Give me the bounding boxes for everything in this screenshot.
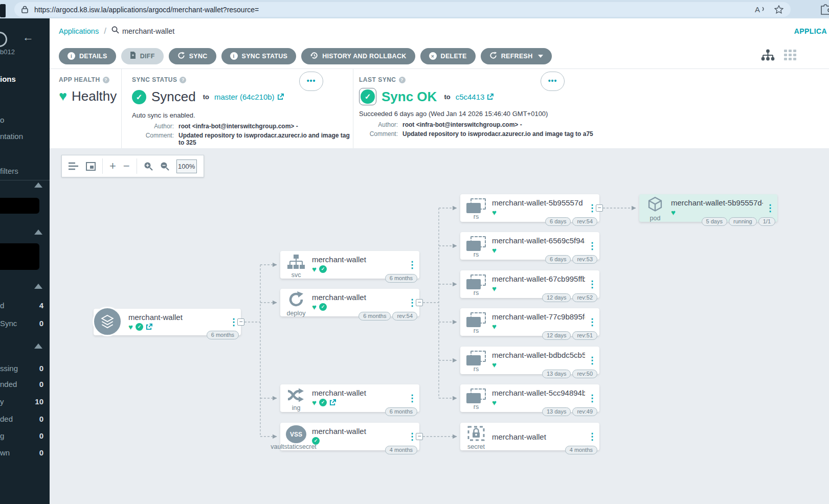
collapse-group-icon[interactable] xyxy=(34,182,42,188)
node-badges: 13 daysrev:50 xyxy=(542,370,597,378)
sync-status-button[interactable]: SYNC STATUS xyxy=(221,48,297,64)
comment-value: Updated repository to iswprodacr.azurecr… xyxy=(178,132,353,146)
details-button[interactable]: DETAILS xyxy=(59,48,116,64)
sync-button[interactable]: SYNC xyxy=(169,48,216,64)
last-sync-menu-button[interactable] xyxy=(541,72,565,91)
health-heart-icon xyxy=(312,265,317,273)
svg-text:A: A xyxy=(755,5,760,14)
refresh-button[interactable]: REFRESH xyxy=(481,48,552,64)
node-badges: 6 months xyxy=(385,407,417,416)
filter-unknown[interactable]: wn 0 xyxy=(0,448,50,457)
external-link-icon[interactable] xyxy=(146,324,152,330)
node-badge: 6 months xyxy=(385,274,417,283)
favorite-star-icon[interactable] xyxy=(774,5,783,14)
filter-label: ssing xyxy=(0,364,18,373)
graph-node-replicaset[interactable]: rs merchant-wallet-77c9b895fc 12 daysrev… xyxy=(460,308,599,336)
node-kind: rs xyxy=(474,214,479,220)
filters-heading: filters xyxy=(0,167,18,175)
node-badges: 4 months xyxy=(565,446,597,454)
breadcrumb-applications-link[interactable]: Applications xyxy=(59,27,99,35)
button-label: DELETE xyxy=(441,53,467,60)
sync-status-value: Synced xyxy=(151,89,196,105)
external-link-icon xyxy=(277,94,284,100)
zoom-level-input[interactable] xyxy=(176,159,197,173)
node-title: merchant-wallet-6569c5f945 xyxy=(492,236,585,245)
graph-node-ingress[interactable]: ing merchant-wallet 6 months xyxy=(280,384,419,412)
zoom-out-button[interactable] xyxy=(123,161,130,171)
node-badges: 6 monthsrev:54 xyxy=(359,312,417,320)
breadcrumb-separator: / xyxy=(104,26,106,36)
sync-target-link[interactable]: master (64c210b) xyxy=(214,93,284,101)
node-badge: 6 days xyxy=(545,255,571,264)
history-rollback-button[interactable]: HISTORY AND ROLLBACK xyxy=(301,48,415,64)
graph-node-deployment[interactable]: deploy merchant-wallet 6 monthsrev:54 xyxy=(280,289,419,316)
last-sync-label: LAST SYNC xyxy=(359,76,829,83)
delete-button[interactable]: DELETE xyxy=(420,48,476,64)
graph-node-vaultstaticsecret[interactable]: VSS vaultstaticsecret merchant-wallet 4 … xyxy=(280,423,419,450)
fit-to-screen-icon[interactable] xyxy=(86,162,96,171)
app-search-box[interactable]: merchant-wallet xyxy=(111,26,174,36)
help-icon[interactable] xyxy=(103,77,109,83)
ingress-icon xyxy=(287,388,305,404)
collapse-group-icon[interactable] xyxy=(34,284,42,289)
node-badge: 12 days xyxy=(542,331,571,340)
grid-view-icon[interactable] xyxy=(784,50,796,62)
collapse-sidebar-arrow-icon[interactable] xyxy=(23,32,34,43)
graph-node-replicaset[interactable]: rs merchant-wallet-5cc94894b5 13 daysrev… xyxy=(460,384,599,412)
node-title: merchant-wallet-5b95557d-g… xyxy=(671,198,763,207)
collapse-group-icon[interactable] xyxy=(34,230,42,235)
url-text[interactable]: https://argocd.k8.isw.la/applications/ar… xyxy=(34,6,747,14)
sidebar-item-2[interactable]: o xyxy=(0,116,4,124)
sidebar-item-documentation[interactable]: ntation xyxy=(0,132,23,141)
node-kind: svc xyxy=(292,272,301,279)
external-link-icon xyxy=(487,94,494,100)
help-icon[interactable] xyxy=(180,77,186,83)
app-health-panel: APP HEALTH Healthy xyxy=(50,69,121,148)
last-sync-target-link[interactable]: c5c4413 xyxy=(456,93,494,101)
filter-suspended[interactable]: nded 0 xyxy=(0,380,50,389)
help-icon[interactable] xyxy=(399,77,406,83)
info-icon xyxy=(68,52,75,60)
magnifier-minus-icon[interactable] xyxy=(160,162,169,171)
divider xyxy=(0,180,50,180)
filter-missing[interactable]: g 0 xyxy=(0,431,50,441)
tree-view-icon[interactable] xyxy=(761,49,775,63)
last-sync-value: Sync OK xyxy=(382,89,437,105)
collapse-node-button[interactable] xyxy=(237,318,244,326)
graph-node-secret[interactable]: secret merchant-wallet 4 months xyxy=(460,423,599,450)
extensions-puzzle-icon[interactable] xyxy=(819,3,829,17)
sync-status-menu-button[interactable] xyxy=(299,72,323,91)
filter-healthy[interactable]: y 10 xyxy=(0,397,50,406)
filter-progressing[interactable]: ssing 0 xyxy=(0,364,50,373)
synced-check-icon xyxy=(136,323,143,331)
graph-node-service[interactable]: svc merchant-wallet 6 months xyxy=(280,251,419,279)
filter-synced[interactable]: d 4 xyxy=(0,301,50,310)
collapse-node-button[interactable] xyxy=(596,204,603,212)
node-badges: 6 months xyxy=(207,331,239,339)
graph-node-application[interactable]: merchant-wallet 6 months xyxy=(94,309,241,335)
zoom-in-button[interactable] xyxy=(109,161,116,171)
breadcrumb-current-app[interactable]: merchant-wallet xyxy=(122,27,174,35)
filter-outofsync[interactable]: Sync 0 xyxy=(0,319,50,328)
collapse-node-button[interactable] xyxy=(416,299,423,306)
health-heart-icon xyxy=(492,361,497,369)
address-bar[interactable]: https://argocd.k8.isw.la/applications/ar… xyxy=(14,2,791,17)
layout-align-icon[interactable] xyxy=(69,162,79,170)
graph-node-replicaset[interactable]: rs merchant-wallet-bdbdc5cb5 13 daysrev:… xyxy=(460,347,599,374)
sidebar-item-applications[interactable]: ions xyxy=(0,75,16,83)
graph-node-replicaset[interactable]: rs merchant-wallet-67cb995ffb 12 daysrev… xyxy=(460,270,599,298)
filter-degraded[interactable]: ded 0 xyxy=(0,415,50,424)
graph-zoom-toolbar xyxy=(61,155,204,177)
read-aloud-icon[interactable]: A xyxy=(755,5,766,14)
graph-node-replicaset[interactable]: rs merchant-wallet-5b95557d 6 daysrev:54 xyxy=(460,194,599,222)
graph-node-replicaset[interactable]: rs merchant-wallet-6569c5f945 6 daysrev:… xyxy=(460,232,599,260)
graph-node-pod[interactable]: pod merchant-wallet-5b95557d-g… 5 daysru… xyxy=(639,194,777,222)
diff-button[interactable]: DIFF xyxy=(121,48,164,64)
node-title: merchant-wallet xyxy=(312,255,405,264)
magnifier-plus-icon[interactable] xyxy=(144,162,153,171)
collapse-node-button[interactable] xyxy=(416,433,423,440)
button-label: HISTORY AND ROLLBACK xyxy=(322,53,406,60)
collapse-group-icon[interactable] xyxy=(34,343,42,349)
external-link-icon[interactable] xyxy=(329,399,336,406)
node-badge: 1/1 xyxy=(758,217,775,226)
